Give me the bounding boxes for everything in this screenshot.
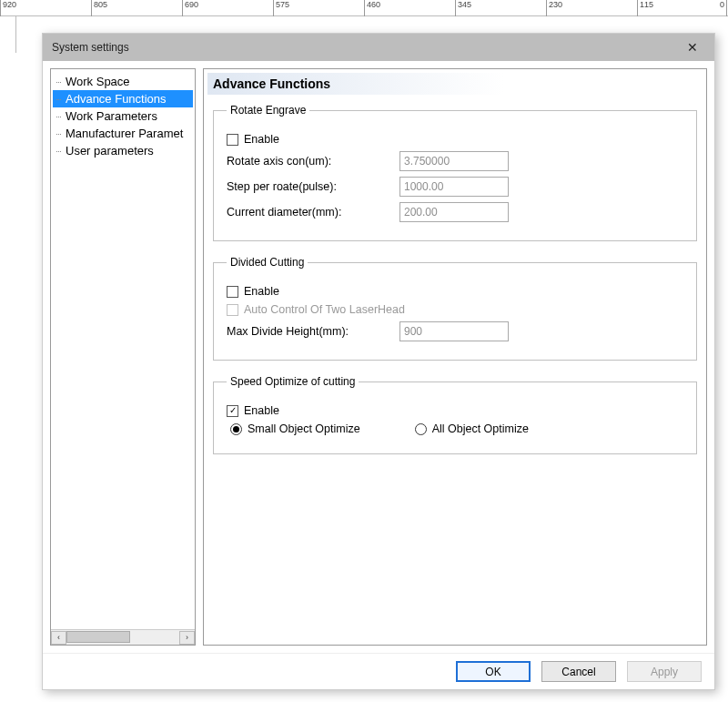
ruler-tick: 345: [458, 0, 471, 9]
tree-item-manufacturer-parameters[interactable]: Manufacturer Paramet: [53, 125, 193, 142]
radio-all-object[interactable]: All Object Optimize: [415, 422, 529, 435]
scroll-right-icon[interactable]: ›: [179, 631, 195, 645]
auto-control-checkbox: Auto Control Of Two LaserHead: [227, 303, 405, 316]
dialog-footer: OK Cancel Apply: [43, 653, 714, 689]
checkbox-label: Enable: [244, 404, 279, 417]
checkbox-icon: [227, 304, 238, 316]
button-label: OK: [485, 666, 500, 678]
max-divide-height-input[interactable]: [399, 321, 509, 341]
radio-icon: [230, 423, 242, 435]
apply-button: Apply: [627, 661, 702, 682]
vertical-ruler: [0, 16, 16, 53]
tree-horizontal-scrollbar[interactable]: ‹ ›: [51, 629, 195, 645]
scroll-thumb[interactable]: [66, 631, 130, 643]
ruler-tick: 805: [94, 0, 107, 9]
settings-content-panel: Advance Functions Rotate Engrave Enable …: [203, 68, 707, 646]
close-icon: ✕: [687, 40, 698, 55]
tree-item-work-space[interactable]: Work Space: [53, 73, 193, 90]
radio-label: Small Object Optimize: [248, 422, 360, 435]
dialog-titlebar[interactable]: System settings ✕: [43, 34, 714, 61]
step-per-rotate-input[interactable]: [399, 177, 509, 197]
tree-item-work-parameters[interactable]: Work Parameters: [53, 107, 193, 125]
current-diameter-input[interactable]: [399, 202, 509, 222]
ruler-tick: 230: [549, 0, 562, 9]
dialog-body: Work Space Advance Functions Work Parame…: [43, 61, 714, 653]
radio-small-object[interactable]: Small Object Optimize: [230, 422, 360, 435]
button-label: Cancel: [561, 666, 595, 678]
tree-item-user-parameters[interactable]: User parameters: [53, 142, 193, 159]
tree-item-label: Advance Functions: [66, 92, 167, 106]
ok-button[interactable]: OK: [456, 661, 531, 682]
group-legend: Speed Optimize of cutting: [227, 375, 359, 388]
ruler-tick: 920: [3, 0, 16, 9]
current-diameter-label: Current diameter(mm):: [227, 206, 399, 219]
checkbox-label: Auto Control Of Two LaserHead: [244, 303, 405, 316]
tree-item-label: Work Parameters: [66, 109, 157, 123]
ruler-tick: 115: [640, 0, 653, 9]
group-rotate-engrave: Rotate Engrave Enable Rotate axis con(um…: [213, 104, 697, 241]
tree-item-label: Work Space: [66, 75, 130, 88]
dialog-title: System settings: [52, 41, 680, 54]
tree-item-advance-functions[interactable]: Advance Functions: [53, 90, 193, 107]
group-divided-cutting: Divided Cutting Enable Auto Control Of T…: [213, 256, 697, 361]
max-divide-height-label: Max Divide Height(mm):: [227, 325, 399, 338]
checkbox-icon: [227, 286, 238, 298]
tree-item-label: Manufacturer Paramet: [66, 127, 183, 140]
ruler-tick: 0: [720, 0, 724, 9]
group-legend: Divided Cutting: [227, 256, 308, 269]
divided-enable-checkbox[interactable]: Enable: [227, 285, 279, 298]
group-speed-optimize: Speed Optimize of cutting Enable Small O…: [213, 375, 697, 454]
rotate-axis-label: Rotate axis con(um):: [227, 155, 399, 168]
cancel-button[interactable]: Cancel: [541, 661, 616, 682]
checkbox-icon: [227, 405, 238, 417]
scroll-track[interactable]: [66, 631, 179, 645]
ruler-tick: 690: [185, 0, 198, 9]
checkbox-icon: [227, 134, 238, 146]
close-button[interactable]: ✕: [680, 38, 705, 56]
checkbox-label: Enable: [244, 133, 279, 146]
group-legend: Rotate Engrave: [227, 104, 309, 117]
ruler-tick: 460: [367, 0, 380, 9]
button-label: Apply: [651, 666, 678, 678]
rotate-enable-checkbox[interactable]: Enable: [227, 133, 279, 146]
tree-item-label: User parameters: [66, 144, 154, 158]
settings-tree-panel: Work Space Advance Functions Work Parame…: [50, 68, 196, 646]
settings-tree: Work Space Advance Functions Work Parame…: [51, 69, 195, 629]
panel-header: Advance Functions: [207, 73, 703, 95]
speed-enable-checkbox[interactable]: Enable: [227, 404, 279, 417]
checkbox-label: Enable: [244, 285, 279, 298]
rotate-axis-input[interactable]: [399, 151, 509, 171]
radio-icon: [415, 423, 427, 435]
ruler-tick: 575: [276, 0, 289, 9]
system-settings-dialog: System settings ✕ Work Space Advance Fun…: [42, 33, 715, 690]
horizontal-ruler: 920 805 690 575 460 345 230 115 0: [0, 0, 728, 16]
scroll-left-icon[interactable]: ‹: [51, 631, 66, 645]
app-stage: 920 805 690 575 460 345 230 115 0 System…: [0, 0, 728, 702]
radio-label: All Object Optimize: [432, 422, 529, 435]
step-per-rotate-label: Step per roate(pulse):: [227, 180, 399, 193]
